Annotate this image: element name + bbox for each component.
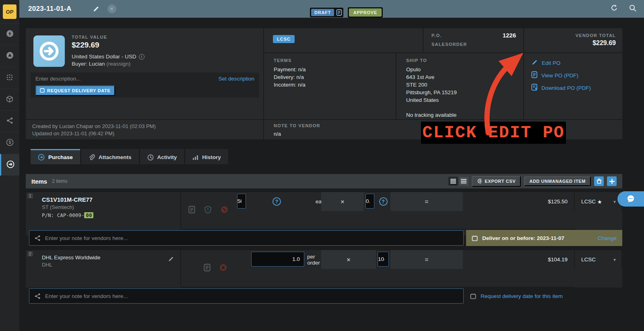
tab-bar: Purchase Attachments Activity History bbox=[31, 149, 228, 164]
help-icon[interactable]: ? bbox=[272, 197, 281, 206]
request-delivery-date-button[interactable]: REQUEST DELIVERY DATE bbox=[35, 85, 115, 96]
view-dense-button[interactable] bbox=[448, 177, 458, 186]
sidebar-item-share[interactable] bbox=[0, 110, 19, 132]
price-cell bbox=[376, 250, 390, 269]
view-comfort-button[interactable] bbox=[459, 177, 469, 186]
vendor-note-input[interactable] bbox=[45, 235, 458, 241]
search-button[interactable] bbox=[629, 4, 637, 14]
vendor-select[interactable]: LCSC ★ ▾ bbox=[575, 192, 622, 211]
chat-widget-button[interactable] bbox=[617, 191, 644, 207]
change-delivery-link[interactable]: Change bbox=[598, 235, 617, 241]
rename-po-button[interactable] bbox=[93, 6, 99, 12]
unit-select[interactable]: each ▾ bbox=[306, 192, 321, 211]
tab-history[interactable]: History bbox=[185, 149, 228, 164]
currency-text: United States Dollar - USD bbox=[72, 54, 136, 60]
price-cell bbox=[364, 192, 376, 211]
help-icon[interactable]: ? bbox=[379, 197, 388, 206]
arrow-circle-icon bbox=[38, 154, 45, 161]
ship-to-line: 643 1st Ave bbox=[406, 73, 523, 81]
add-from-cart-button[interactable] bbox=[594, 176, 604, 186]
quantity-input[interactable] bbox=[237, 194, 246, 209]
chat-icon bbox=[626, 195, 635, 203]
item2-note-row: Request delivery date for this item bbox=[26, 288, 622, 304]
total-value-label: TOTAL VALUE bbox=[72, 35, 107, 39]
vendor-note-input[interactable] bbox=[45, 293, 458, 299]
sidebar-item-purchase-orders[interactable] bbox=[0, 154, 19, 176]
plus-icon bbox=[609, 179, 615, 184]
sidebar-item-sales[interactable]: $ bbox=[0, 132, 19, 154]
edit-item-button[interactable] bbox=[168, 256, 174, 264]
remove-icon[interactable] bbox=[219, 264, 227, 273]
description-box[interactable]: Enter description... Set description REQ… bbox=[31, 72, 259, 97]
close-po-button[interactable]: ✕ bbox=[107, 4, 116, 13]
vendor-badge-cell: LCSC bbox=[264, 28, 423, 52]
unit-price-input[interactable] bbox=[378, 252, 389, 267]
set-description-link[interactable]: Set description bbox=[219, 76, 254, 82]
times-operator: × bbox=[321, 250, 376, 269]
download-po-link[interactable]: Download PO (PDF) bbox=[531, 84, 622, 92]
quantity-input[interactable] bbox=[251, 252, 304, 267]
pn-revision-badge: 00 bbox=[84, 212, 93, 218]
dollar-icon: $ bbox=[6, 139, 14, 148]
export-csv-button[interactable]: EXPORT CSV bbox=[472, 176, 521, 187]
pencil-icon bbox=[531, 59, 538, 67]
tracking-status: No tracking available bbox=[406, 112, 523, 118]
vendor-total-label: VENDOR TOTAL bbox=[576, 33, 616, 38]
row-actions bbox=[181, 192, 235, 229]
vendor-note-box[interactable] bbox=[29, 288, 464, 304]
history-refresh-button[interactable] bbox=[610, 4, 618, 14]
vendor-part-number bbox=[463, 287, 575, 288]
tab-attachments[interactable]: Attachments bbox=[81, 149, 139, 164]
triangle-circle-icon bbox=[6, 52, 14, 61]
tab-purchase[interactable]: Purchase bbox=[31, 149, 80, 164]
document-icon bbox=[531, 71, 537, 79]
request-delivery-zone: Request delivery date for this item bbox=[466, 293, 622, 299]
item-pn: P/N: CAP-0009-00 bbox=[42, 212, 180, 218]
sidebar-item-dashboard[interactable] bbox=[0, 23, 19, 45]
arrow-circle-icon bbox=[37, 39, 61, 63]
po-number-cell: P.O. 1226 SALESORDER bbox=[423, 28, 523, 52]
created-text: Created by Lucian Chapar on 2023-11-01 (… bbox=[32, 123, 258, 130]
item-part-cell[interactable]: 2 DHL Express Worldwide DHL bbox=[26, 250, 181, 287]
unit-price-input[interactable] bbox=[365, 194, 374, 209]
view-po-link[interactable]: View PO (PDF) bbox=[531, 71, 622, 79]
request-delivery-link[interactable]: Request delivery date for this item bbox=[481, 293, 563, 299]
line-total: $125.50 bbox=[463, 192, 575, 211]
svg-text:$: $ bbox=[8, 140, 11, 145]
approve-button[interactable]: APPROVE bbox=[349, 8, 382, 17]
arrow-circle-icon bbox=[6, 160, 14, 170]
description-placeholder: Enter description... bbox=[35, 76, 81, 82]
status-badge[interactable]: DRAFT bbox=[311, 9, 334, 16]
terms-payment: Payment: n/a bbox=[274, 66, 396, 73]
clock-icon bbox=[147, 154, 154, 161]
status-doc-icon[interactable] bbox=[336, 9, 342, 16]
buyer-text: Buyer: Lucian bbox=[72, 61, 105, 67]
vendor-note-box[interactable] bbox=[29, 230, 464, 246]
vendor-badge[interactable]: LCSC bbox=[273, 35, 295, 43]
vendor-total-value: $229.69 bbox=[592, 39, 616, 47]
sidebar-item-feeders[interactable] bbox=[0, 67, 19, 89]
shield-alert-icon[interactable] bbox=[204, 206, 212, 215]
po-page: OP $ 2023-11-01- bbox=[0, 0, 644, 331]
document-icon[interactable] bbox=[188, 206, 195, 215]
tab-activity[interactable]: Activity bbox=[140, 149, 184, 164]
sidebar-item-parts[interactable] bbox=[0, 45, 19, 67]
bar-chart-icon bbox=[192, 154, 198, 160]
sidebar-item-inventory[interactable] bbox=[0, 89, 19, 110]
dots-grid-icon bbox=[6, 74, 13, 83]
info-icon[interactable]: i bbox=[139, 54, 144, 60]
vendor-select[interactable]: LCSC ▾ bbox=[575, 250, 622, 269]
export-icon bbox=[477, 178, 482, 184]
app-logo[interactable]: OP bbox=[3, 4, 17, 19]
tutorial-annotation: CLICK EDIT PO bbox=[421, 122, 566, 144]
line-total: $104.19 bbox=[463, 250, 575, 269]
item-part-cell[interactable]: 1 CS1V101M-CRE77 ST (Semtech) P/N: CAP-0… bbox=[26, 192, 181, 229]
add-item-button[interactable] bbox=[607, 176, 617, 186]
document-icon[interactable] bbox=[204, 264, 211, 273]
share-icon bbox=[35, 293, 41, 299]
reassign-link[interactable]: (reassign) bbox=[106, 61, 130, 67]
paperclip-icon bbox=[89, 154, 95, 161]
edit-po-link[interactable]: Edit PO bbox=[531, 59, 622, 67]
add-unmanaged-item-button[interactable]: ADD UNMANAGED ITEM bbox=[524, 176, 591, 186]
remove-icon[interactable] bbox=[221, 206, 228, 215]
